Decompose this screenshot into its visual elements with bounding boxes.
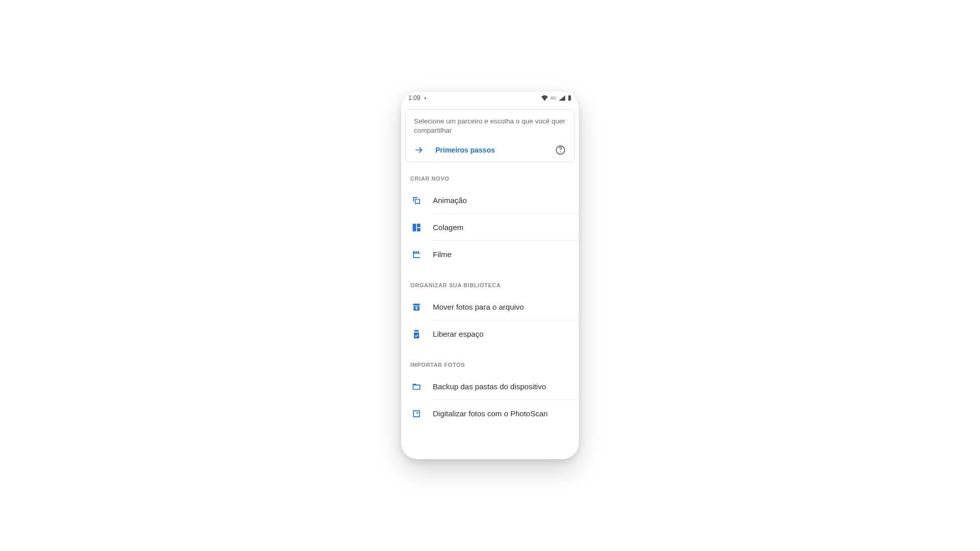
wifi-icon <box>541 95 548 101</box>
row-archive[interactable]: Mover fotos para o arquivo <box>401 293 579 320</box>
animation-icon <box>410 194 423 207</box>
cell-signal-icon <box>558 95 566 101</box>
get-started-button[interactable]: Primeiros passos <box>435 146 544 154</box>
battery-icon <box>568 95 572 101</box>
row-free-space[interactable]: Liberar espaço <box>401 320 579 347</box>
status-time: 1:09 <box>408 94 420 102</box>
section-header-create: Criar novo <box>401 172 579 187</box>
phone-frame: 1:09 • 4G Selecione um parceiro e escolh… <box>401 92 579 459</box>
row-collage[interactable]: Colagem <box>401 214 579 241</box>
row-animation[interactable]: Animação <box>401 187 579 214</box>
help-icon[interactable] <box>555 144 566 156</box>
row-backup-folders[interactable]: Backup das pastas do dispositivo <box>401 373 579 400</box>
status-bar: 1:09 • 4G <box>401 92 579 104</box>
partner-sharing-card: Selecione um parceiro e escolha o que vo… <box>405 109 575 162</box>
arrow-right-icon <box>414 145 424 155</box>
row-photoscan[interactable]: Digitalizar fotos com o PhotoScan <box>401 400 579 427</box>
row-label: Animação <box>433 187 579 214</box>
row-label: Mover fotos para o arquivo <box>433 293 579 320</box>
row-label: Backup das pastas do dispositivo <box>433 373 579 400</box>
screen-content: Selecione um parceiro e escolha o que vo… <box>401 104 579 459</box>
status-dot-icon: • <box>424 95 426 101</box>
row-label: Filme <box>433 241 579 268</box>
row-label: Colagem <box>433 214 579 241</box>
folder-icon <box>410 381 423 393</box>
row-label: Digitalizar fotos com o PhotoScan <box>433 400 579 427</box>
archive-icon <box>410 301 423 313</box>
collage-icon <box>410 221 423 234</box>
section-header-import: Importar fotos <box>401 359 579 373</box>
section-header-organize: Organizar sua biblioteca <box>401 279 579 293</box>
free-space-icon <box>410 328 423 340</box>
row-label: Liberar espaço <box>433 320 579 347</box>
movie-icon <box>410 248 423 261</box>
photoscan-icon <box>410 408 423 420</box>
network-label: 4G <box>550 95 556 101</box>
partner-sharing-description: Selecione um parceiro e escolha o que vo… <box>414 117 566 135</box>
row-movie[interactable]: Filme <box>401 241 579 268</box>
